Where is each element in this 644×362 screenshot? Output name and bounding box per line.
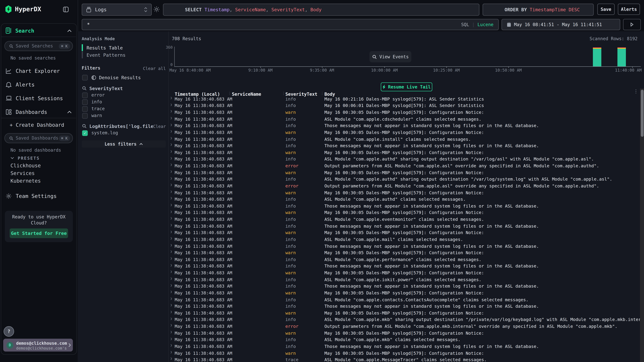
table-row[interactable]: ❯May 16 11:38:40.683 AMerrorOutput param… xyxy=(168,163,640,169)
table-row[interactable]: ❯May 16 11:38:40.683 AMinfoThose message… xyxy=(168,283,640,290)
table-row[interactable]: ❯May 16 11:38:40.683 AMtraceASL Module "… xyxy=(168,357,640,362)
table-row[interactable]: ❯May 16 11:38:40.683 AMinfoASL Module "c… xyxy=(168,216,640,223)
scrollbar-thumb[interactable] xyxy=(641,90,644,137)
lang-sql[interactable]: SQL xyxy=(461,22,469,27)
table-row[interactable]: ❯May 16 11:38:40.683 AMwarnMay 16 00:30:… xyxy=(168,129,640,136)
time-range-picker[interactable]: May 16 08:41:51 - May 16 11:41:51 xyxy=(502,19,620,30)
table-row[interactable]: ❯May 16 11:38:40.683 AMinfoMay 16 00:06:… xyxy=(168,102,640,109)
search-icon[interactable] xyxy=(82,124,86,128)
search-icon[interactable] xyxy=(82,86,86,90)
denoise-filter[interactable]: Denoise Results xyxy=(82,74,141,80)
row-expand-icon[interactable]: ❯ xyxy=(170,344,172,347)
row-expand-icon[interactable]: ❯ xyxy=(170,217,172,220)
table-row[interactable]: ❯May 16 11:38:40.683 AMwarnMay 16 00:30:… xyxy=(168,189,640,196)
table-row[interactable]: ❯May 16 11:38:40.683 AMwarnMay 16 00:30:… xyxy=(168,310,640,317)
clear-group-link[interactable]: Clear xyxy=(153,124,166,129)
chevron-up-icon[interactable] xyxy=(67,29,72,32)
create-dashboard-button[interactable]: + Create Dashboard xyxy=(10,122,64,128)
row-expand-icon[interactable]: ❯ xyxy=(170,263,172,267)
preset-item-services[interactable]: Services xyxy=(10,170,41,178)
row-expand-icon[interactable]: ❯ xyxy=(170,277,172,280)
table-row[interactable]: ❯May 16 11:38:40.683 AMinfoASL Module "c… xyxy=(168,156,640,163)
row-expand-icon[interactable]: ❯ xyxy=(170,190,172,193)
bar-segment-info[interactable] xyxy=(618,48,626,66)
bar-segment-error[interactable] xyxy=(618,47,626,48)
table-row[interactable]: ❯May 16 11:38:40.683 AMinfoThose message… xyxy=(168,223,640,230)
bar-segment-warn[interactable] xyxy=(593,48,601,49)
table-row[interactable]: ❯May 16 11:38:40.683 AMinfoASL Module "c… xyxy=(168,256,640,263)
preset-item-kubernetes[interactable]: Kubernetes xyxy=(10,178,41,185)
sql-select-input[interactable]: SELECT Timestamp, ServiceName, SeverityT… xyxy=(163,3,480,16)
row-expand-icon[interactable]: ❯ xyxy=(170,136,172,140)
row-expand-icon[interactable]: ❯ xyxy=(170,96,172,100)
bar-segment-info[interactable] xyxy=(593,49,601,66)
table-row[interactable]: ❯May 16 11:38:40.683 AMwarnMay 16 00:30:… xyxy=(168,209,640,216)
view-events-button[interactable]: View Events xyxy=(370,51,411,62)
get-started-button[interactable]: Get Started for Free xyxy=(10,228,68,238)
save-button[interactable]: Save xyxy=(597,3,614,15)
saved-dashboards-input[interactable]: Saved Dashboards ⌘ K xyxy=(4,133,73,143)
sidebar-item-team-settings[interactable]: Team Settings xyxy=(6,192,72,200)
row-expand-icon[interactable]: ❯ xyxy=(170,284,172,287)
table-row[interactable]: ❯May 16 11:38:40.683 AMinfoMay 16 00:21:… xyxy=(168,96,640,102)
row-expand-icon[interactable]: ❯ xyxy=(170,243,172,247)
table-row[interactable]: ❯May 16 11:38:40.683 AMinfoASL Module "c… xyxy=(168,136,640,142)
table-row[interactable]: ❯May 16 11:38:40.683 AMinfoThose message… xyxy=(168,263,640,270)
row-expand-icon[interactable]: ❯ xyxy=(170,163,172,167)
row-expand-icon[interactable]: ❯ xyxy=(170,210,172,213)
presets-toggle[interactable]: PRESETS xyxy=(10,155,40,161)
row-expand-icon[interactable]: ❯ xyxy=(170,297,172,300)
sidebar-item-chart-explorer[interactable]: Chart Explorer xyxy=(6,67,72,75)
column-resize-handle[interactable]: ⋮ xyxy=(228,91,232,95)
sidebar-item-search[interactable]: Search xyxy=(6,26,72,34)
checkbox[interactable] xyxy=(82,106,88,112)
row-expand-icon[interactable]: ❯ xyxy=(170,223,172,227)
order-by-input[interactable]: ORDER BY TimestampTime DESC xyxy=(482,3,594,16)
row-expand-icon[interactable]: ❯ xyxy=(170,330,172,334)
mode-results-table[interactable]: Results Table xyxy=(82,44,123,51)
resume-live-tail-button[interactable]: Resume Live Tail xyxy=(381,82,432,91)
row-expand-icon[interactable]: ❯ xyxy=(170,203,172,207)
denoise-checkbox[interactable] xyxy=(82,75,88,80)
table-row[interactable]: ❯May 16 11:38:40.683 AMinfoThose message… xyxy=(168,142,640,149)
collapse-sidebar-icon[interactable] xyxy=(63,6,69,12)
table-row[interactable]: ❯May 16 11:38:40.683 AMinfoASL Module "c… xyxy=(168,337,640,343)
sidebar-item-dashboards[interactable]: Dashboards xyxy=(6,108,72,116)
table-row[interactable]: ❯May 16 11:38:40.683 AMinfoThose message… xyxy=(168,243,640,250)
checkbox[interactable] xyxy=(82,92,88,98)
checkbox[interactable] xyxy=(82,113,88,118)
filter-option-warn[interactable]: warn xyxy=(82,112,166,119)
table-row[interactable]: ❯May 16 11:38:40.683 AMinfoASL Module "c… xyxy=(168,196,640,203)
row-expand-icon[interactable]: ❯ xyxy=(170,350,172,354)
row-expand-icon[interactable]: ❯ xyxy=(170,183,172,187)
table-row[interactable]: ❯May 16 11:38:40.683 AMwarnMay 16 00:30:… xyxy=(168,169,640,176)
column-resize-handle[interactable]: ⋮ xyxy=(282,91,285,95)
row-expand-icon[interactable]: ❯ xyxy=(170,196,172,200)
table-row[interactable]: ❯May 16 11:38:40.683 AMinfoThose message… xyxy=(168,203,640,209)
checkbox[interactable]: ✓ xyxy=(82,130,88,136)
help-button[interactable]: ? xyxy=(4,326,14,337)
row-expand-icon[interactable]: ❯ xyxy=(170,116,172,120)
row-expand-icon[interactable]: ❯ xyxy=(170,156,172,160)
row-expand-icon[interactable]: ❯ xyxy=(170,129,172,133)
table-row[interactable]: ❯May 16 11:38:40.683 AMwarnMay 16 00:30:… xyxy=(168,149,640,156)
preset-item-clickhouse[interactable]: Clickhouse xyxy=(10,162,41,170)
filter-option-trace[interactable]: trace xyxy=(82,105,166,112)
saved-searches-input[interactable]: Saved Searches ⌘ K xyxy=(4,41,73,51)
row-expand-icon[interactable]: ❯ xyxy=(170,357,172,361)
table-row[interactable]: ❯May 16 11:38:40.683 AMinfoASL Module "c… xyxy=(168,176,640,183)
scrollbar-track[interactable] xyxy=(640,88,644,362)
checkbox[interactable] xyxy=(82,99,88,105)
table-row[interactable]: ❯May 16 11:38:40.683 AMwarnMay 16 00:30:… xyxy=(168,230,640,236)
table-row[interactable]: ❯May 16 11:38:40.683 AMinfoASL Module "c… xyxy=(168,317,640,323)
sidebar-item-alerts[interactable]: Alerts xyxy=(6,80,72,88)
table-options-icon[interactable]: ⋮ xyxy=(634,88,638,94)
bar-segment-warn[interactable] xyxy=(618,48,626,48)
filter-option-info[interactable]: info xyxy=(82,98,166,105)
row-expand-icon[interactable]: ❯ xyxy=(170,237,172,240)
row-expand-icon[interactable]: ❯ xyxy=(170,123,172,127)
source-select[interactable]: Logs xyxy=(82,3,152,16)
table-row[interactable]: ❯May 16 11:38:40.683 AMwarnMay 16 00:30:… xyxy=(168,250,640,256)
bar-segment-error[interactable] xyxy=(593,47,601,48)
row-expand-icon[interactable]: ❯ xyxy=(170,250,172,254)
